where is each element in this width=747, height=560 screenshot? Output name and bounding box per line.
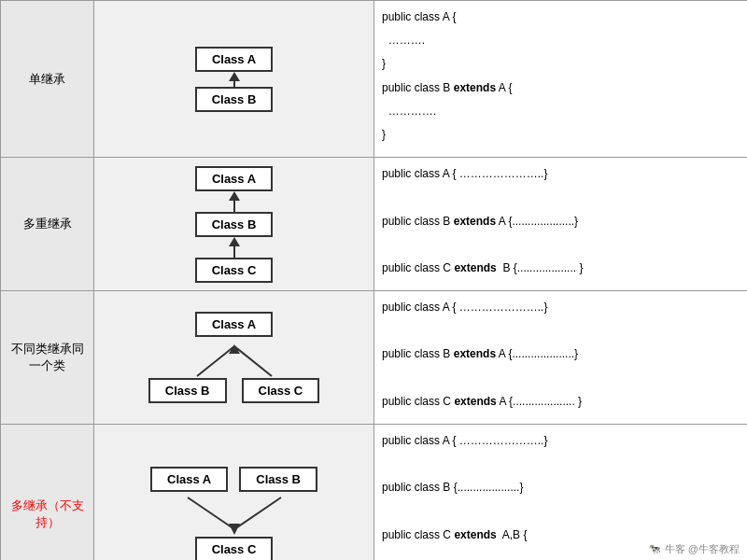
code-chain-5: public class C extends B {..............… (382, 259, 740, 277)
code-line-5: …………. (382, 103, 740, 120)
label-single: 单继承 (1, 1, 94, 158)
row-chain-inheritance: 多重继承 Class A Class B Class C (1, 158, 748, 291)
code-line-4: public class B extends A { (382, 79, 740, 97)
watermark-text: 牛客 @牛客教程 (665, 542, 740, 556)
code-multi-1: public class A { …………………..} (382, 432, 740, 450)
code-chain: public class A { …………………..} public class… (374, 158, 748, 291)
row-single-inheritance: 单继承 Class A Class B public class A { ………… (1, 1, 748, 158)
label-multi: 多继承（不支持） (1, 425, 94, 561)
code-fork-4 (382, 370, 740, 387)
code-chain-2 (382, 189, 740, 206)
label-chain: 多重继承 (1, 158, 94, 291)
fork-arrows-svg (150, 341, 318, 378)
svg-marker-5 (229, 524, 240, 535)
row-fork-inheritance: 不同类继承同一个类 Class A Class B Class C (1, 291, 748, 425)
code-chain-3: public class B extends A {..............… (382, 213, 740, 231)
code-line-6: } (382, 126, 740, 144)
class-a-multi: Class A (150, 467, 228, 492)
inheritance-table: 单继承 Class A Class B public class A { ………… (0, 0, 747, 560)
class-b-chain: Class B (195, 212, 274, 237)
code-fork-5: public class C extends A {..............… (382, 393, 740, 411)
code-fork-3: public class B extends A {..............… (382, 345, 740, 363)
class-a-chain: Class A (195, 166, 273, 191)
code-multi: public class A { …………………..} public class… (374, 425, 748, 561)
watermark-icon: 🐄 (648, 543, 661, 555)
class-a-fork: Class A (195, 312, 273, 337)
watermark: 🐄 牛客 @牛客教程 (648, 542, 740, 556)
multi-arrows-svg (141, 496, 328, 537)
svg-line-3 (188, 497, 234, 529)
code-multi-4 (382, 503, 740, 521)
code-fork: public class A { …………………..} public class… (374, 291, 748, 425)
class-c-multi: Class C (195, 537, 274, 560)
svg-line-2 (234, 346, 272, 376)
diagram-chain: Class A Class B Class C (94, 158, 374, 291)
class-b-multi: Class B (239, 467, 317, 492)
code-line-2: ………. (382, 32, 740, 49)
code-chain-4 (382, 236, 740, 254)
code-chain-1: public class A { …………………..} (382, 165, 740, 183)
row-multi-parent: 多继承（不支持） Class A Class B (1, 425, 748, 561)
code-line-3: } (382, 55, 740, 73)
svg-line-0 (197, 346, 234, 376)
label-fork: 不同类继承同一个类 (1, 291, 94, 425)
diagram-fork: Class A Class B Class C (94, 291, 374, 425)
diagram-multi: Class A Class B Class C (94, 425, 374, 561)
code-fork-2 (382, 322, 740, 340)
code-line-1: public class A { (382, 8, 740, 26)
code-multi-2 (382, 455, 740, 473)
code-multi-3: public class B {....................} (382, 479, 740, 497)
class-b-single: Class B (195, 87, 274, 112)
class-c-chain: Class C (195, 258, 274, 283)
svg-line-4 (234, 497, 281, 529)
diagram-single: Class A Class B (94, 1, 374, 158)
code-single: public class A { ………. } public class B e… (374, 1, 748, 158)
class-c-fork: Class C (242, 378, 320, 403)
code-fork-1: public class A { …………………..} (382, 299, 740, 316)
class-b-fork: Class B (148, 378, 227, 403)
class-a-single: Class A (195, 47, 273, 72)
